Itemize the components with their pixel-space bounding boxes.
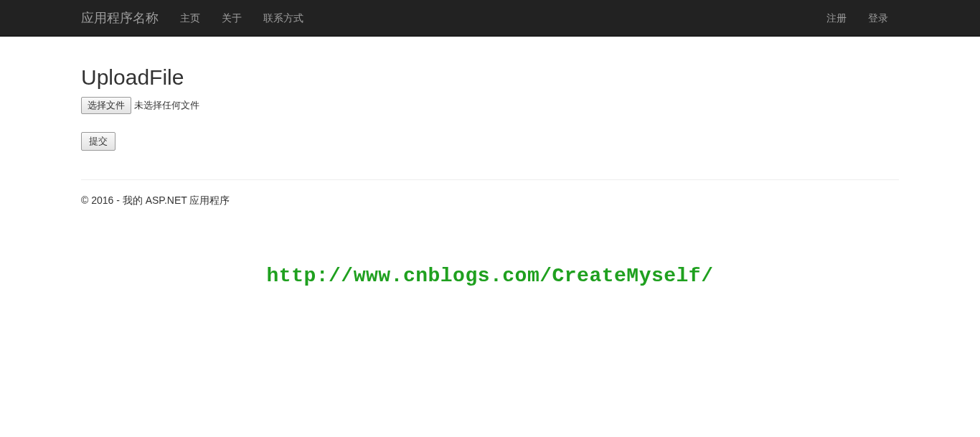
top-navbar: 应用程序名称 主页 关于 联系方式 注册 登录 xyxy=(0,0,980,37)
footer-divider xyxy=(81,179,899,180)
nav-home-link[interactable]: 主页 xyxy=(169,0,211,36)
footer: © 2016 - 我的 ASP.NET 应用程序 xyxy=(81,194,899,222)
nav-login-link[interactable]: 登录 xyxy=(857,0,899,36)
choose-file-button[interactable]: 选择文件 xyxy=(81,97,131,114)
nav-right-list: 注册 登录 xyxy=(816,0,899,36)
submit-button[interactable]: 提交 xyxy=(81,132,116,151)
nav-contact-link[interactable]: 联系方式 xyxy=(253,0,314,36)
copyright-text: © 2016 - 我的 ASP.NET 应用程序 xyxy=(81,194,899,207)
file-input-group: 选择文件 未选择任何文件 xyxy=(81,97,899,114)
main-container: UploadFile 选择文件 未选择任何文件 提交 © 2016 - 我的 A… xyxy=(70,37,910,287)
nav-about-link[interactable]: 关于 xyxy=(211,0,253,36)
watermark-text: http://www.cnblogs.com/CreateMyself/ xyxy=(81,265,899,287)
page-title: UploadFile xyxy=(81,65,899,90)
brand-link[interactable]: 应用程序名称 xyxy=(81,0,169,36)
navbar-right: 注册 登录 xyxy=(816,0,899,36)
nav-register-link[interactable]: 注册 xyxy=(816,0,857,36)
nav-left-list: 主页 关于 联系方式 xyxy=(169,0,314,36)
navbar-left: 应用程序名称 主页 关于 联系方式 xyxy=(81,0,314,36)
navbar-container: 应用程序名称 主页 关于 联系方式 注册 登录 xyxy=(70,0,910,36)
file-status-text: 未选择任何文件 xyxy=(134,99,199,112)
